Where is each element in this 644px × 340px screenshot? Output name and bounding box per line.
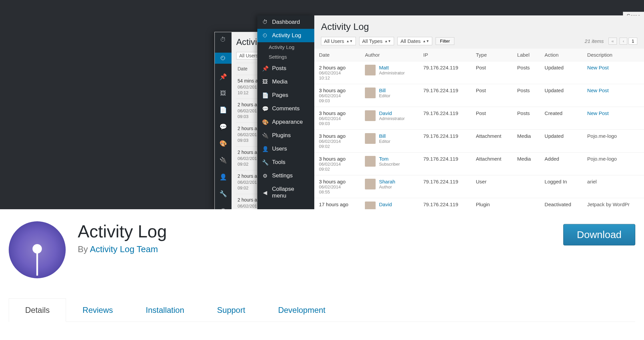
description-link: Jetpack by WordPr: [587, 202, 630, 207]
col-description[interactable]: Description: [583, 49, 644, 61]
collapse-menu-icon: ◀: [262, 189, 268, 196]
description-link[interactable]: New Post: [587, 65, 609, 70]
plugin-tabs: DetailsReviewsInstallationSupportDevelop…: [9, 298, 635, 322]
tab-installation[interactable]: Installation: [129, 298, 201, 322]
pages-icon: 📄: [219, 106, 227, 114]
tab-support[interactable]: Support: [201, 298, 262, 322]
filter-users-select[interactable]: All Users▲▼: [321, 37, 356, 45]
menu-item-dashboard[interactable]: ⏱Dashboard: [257, 15, 314, 29]
col-ip[interactable]: IP: [418, 49, 471, 61]
filter-dates-select[interactable]: All Dates▲▼: [397, 37, 432, 45]
menu-label: Collapse menu: [272, 186, 310, 199]
filter-toolbar: All Users▲▼ All Types▲▼ All Dates▲▼ Filt…: [314, 37, 644, 49]
menu-label: Media: [272, 78, 287, 85]
comments-icon: 💬: [262, 106, 268, 112]
posts-icon: 📌: [262, 65, 268, 72]
description-link[interactable]: New Post: [587, 110, 609, 116]
page-first-button[interactable]: «: [608, 38, 617, 45]
menu-item-posts[interactable]: 📌Posts: [257, 62, 314, 75]
appearance-icon: 🎨: [219, 140, 227, 147]
filter-button[interactable]: Filter: [436, 37, 454, 45]
author-link[interactable]: David: [379, 202, 392, 207]
download-button[interactable]: Download: [563, 224, 635, 245]
dashboard-icon: ⏱: [220, 36, 226, 43]
by-prefix: By: [78, 244, 90, 254]
settings-icon: ⚙: [220, 207, 226, 209]
menu-item-activity-log[interactable]: ⏲Activity Log: [257, 29, 314, 42]
plugin-title: Activity Log: [78, 221, 167, 241]
item-count: 21 items: [585, 38, 604, 44]
menu-label: Settings: [272, 172, 293, 179]
pages-icon: 📄: [262, 92, 268, 99]
menu-label: Plugins: [272, 132, 291, 139]
back-sidebar: ⏱ ⏲ 📌 🖼 📄 💬 🎨 🔌 👤 🔧 ⚙ ◀: [215, 32, 232, 209]
avatar: [365, 65, 376, 75]
activity-log-table: DateAuthorIPTypeLabelActionDescription 2…: [314, 49, 644, 209]
page-input[interactable]: [629, 38, 637, 45]
col-type[interactable]: Type: [471, 49, 512, 61]
author-link[interactable]: Tom: [379, 156, 388, 162]
tab-details[interactable]: Details: [9, 298, 66, 322]
pagination: « ‹: [607, 38, 637, 45]
avatar: [365, 202, 376, 209]
col-action[interactable]: Action: [540, 49, 582, 61]
posts-icon: 📌: [219, 73, 227, 80]
activity-log-icon: ⏲: [215, 53, 232, 64]
author-link[interactable]: Bill: [379, 133, 386, 139]
tab-development[interactable]: Development: [262, 298, 342, 322]
page-prev-button[interactable]: ‹: [620, 38, 627, 45]
filter-types-select[interactable]: All Types▲▼: [359, 37, 394, 45]
plugins-icon: 🔌: [262, 132, 268, 139]
menu-label: Comments: [272, 105, 300, 112]
admin-menu-flyout: ⏱Dashboard⏲Activity LogActivity LogSetti…: [257, 15, 314, 209]
col-date[interactable]: Date: [314, 49, 360, 61]
table-row: 3 hours ago06/02/201409:03 BillEditor 79…: [314, 84, 644, 107]
col-label[interactable]: Label: [513, 49, 540, 61]
plugin-header: Activity Log By Activity Log Team Downlo…: [0, 209, 644, 285]
settings-icon: ⚙: [262, 173, 268, 179]
menu-item-tools[interactable]: 🔧Tools: [257, 156, 314, 169]
menu-label: Tools: [272, 159, 285, 166]
plugin-author-link[interactable]: Activity Log Team: [90, 244, 158, 254]
submenu-item[interactable]: Activity Log: [257, 42, 314, 52]
tab-reviews[interactable]: Reviews: [66, 298, 129, 322]
description-link: Pojo.me-logo: [587, 133, 617, 139]
menu-label: Activity Log: [272, 32, 301, 39]
description-link[interactable]: New Post: [587, 88, 609, 93]
table-row: 3 hours ago06/02/201408:55 SharahAuthor …: [314, 175, 644, 198]
users-icon: 👤: [262, 146, 268, 152]
tools-icon: 🔧: [219, 190, 227, 197]
menu-item-pages[interactable]: 📄Pages: [257, 89, 314, 102]
menu-item-appearance[interactable]: 🎨Appearance: [257, 115, 314, 129]
users-icon: 👤: [219, 173, 227, 181]
table-row: 2 hours ago06/02/201410:12 MattAdministr…: [314, 61, 644, 84]
col-author[interactable]: Author: [360, 49, 418, 61]
avatar: [365, 133, 376, 144]
comments-icon: 💬: [219, 123, 227, 130]
plugin-icon: [9, 221, 66, 278]
menu-item-users[interactable]: 👤Users: [257, 142, 314, 156]
table-row: 3 hours ago06/02/201409:02 BillEditor 79…: [314, 130, 644, 153]
description-link: ariel: [587, 179, 597, 184]
author-link[interactable]: Matt: [379, 65, 389, 70]
table-row: 17 hours ago David 79.176.224.119 Plugin…: [314, 198, 644, 210]
activity-log-window: Activity Log All Users▲▼ All Types▲▼ All…: [314, 15, 644, 209]
author-link[interactable]: Bill: [379, 88, 386, 93]
avatar: [365, 88, 376, 98]
menu-item-comments[interactable]: 💬Comments: [257, 102, 314, 115]
author-link[interactable]: David: [379, 110, 392, 116]
media-icon: 🖼: [262, 79, 268, 85]
author-link[interactable]: Sharah: [379, 179, 395, 184]
menu-label: Dashboard: [272, 19, 300, 25]
menu-item-media[interactable]: 🖼Media: [257, 75, 314, 89]
plugins-icon: 🔌: [219, 157, 227, 164]
submenu-item[interactable]: Settings: [257, 52, 314, 62]
menu-item-plugins[interactable]: 🔌Plugins: [257, 129, 314, 142]
activity-log-icon: ⏲: [262, 33, 268, 39]
appearance-icon: 🎨: [262, 119, 268, 125]
menu-item-settings[interactable]: ⚙Settings: [257, 169, 314, 182]
avatar: [365, 179, 376, 189]
menu-item-collapse-menu[interactable]: ◀Collapse menu: [257, 182, 314, 203]
hero-banner: Scree ⏱ ⏲ 📌 🖼 📄 💬 🎨 🔌 👤 🔧 ⚙ ◀ Activi All…: [0, 0, 644, 209]
plugin-byline: By Activity Log Team: [78, 244, 167, 254]
